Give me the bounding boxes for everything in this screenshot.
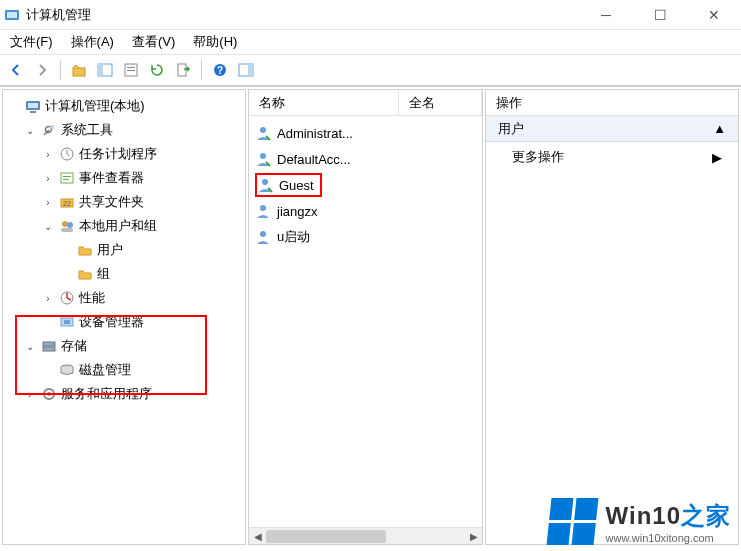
close-button[interactable]: ✕ (691, 1, 737, 29)
tree-device-manager[interactable]: › 设备管理器 (7, 310, 245, 334)
scroll-right-button[interactable]: ▶ (465, 528, 482, 545)
menu-action[interactable]: 操作(A) (71, 33, 114, 51)
computer-icon (25, 98, 41, 114)
back-button[interactable] (4, 58, 28, 82)
svg-rect-1 (7, 12, 17, 18)
tree-event-viewer[interactable]: › 事件查看器 (7, 166, 245, 190)
user-icon (255, 125, 271, 141)
list-item[interactable]: u启动 (249, 224, 482, 250)
tree-task-scheduler[interactable]: › 任务计划程序 (7, 142, 245, 166)
svg-rect-12 (248, 64, 253, 76)
watermark-title: Win10之家 (606, 500, 731, 532)
collapse-icon[interactable]: ⌄ (23, 125, 37, 136)
actions-header-label: 操作 (496, 94, 522, 112)
expand-icon[interactable]: › (23, 389, 37, 400)
column-fullname[interactable]: 全名 (399, 90, 482, 115)
action-pane-button[interactable] (234, 58, 258, 82)
toolbar: ? (0, 54, 741, 86)
svg-rect-2 (73, 68, 85, 76)
tree-label: 磁盘管理 (79, 361, 131, 379)
tree-label: 服务和应用程序 (61, 385, 152, 403)
tree-groups[interactable]: › 组 (7, 262, 245, 286)
svg-rect-7 (127, 70, 135, 71)
export-button[interactable] (171, 58, 195, 82)
column-name[interactable]: 名称 (249, 90, 399, 115)
tree-storage[interactable]: ⌄ 存储 (7, 334, 245, 358)
show-hide-tree-button[interactable] (93, 58, 117, 82)
tree-shared-folders[interactable]: › 22 共享文件夹 (7, 190, 245, 214)
svg-point-34 (47, 392, 51, 396)
user-list: Administrat... DefaultAcc... Guest jiang… (249, 116, 482, 254)
tree-label: 事件查看器 (79, 169, 144, 187)
menu-bar: 文件(F) 操作(A) 查看(V) 帮助(H) (0, 30, 741, 54)
svg-rect-25 (61, 228, 73, 232)
minimize-button[interactable]: ─ (583, 1, 629, 29)
scroll-track[interactable] (266, 528, 465, 545)
help-button[interactable]: ? (208, 58, 232, 82)
tree-label: 计算机管理(本地) (45, 97, 145, 115)
navigation-tree: ▶ 计算机管理(本地) ⌄ 系统工具 › 任务计划程序 › 事件查看器 › (3, 90, 245, 410)
actions-more[interactable]: 更多操作 ▶ (486, 142, 738, 172)
collapse-arrow-icon: ▲ (713, 121, 726, 136)
expand-icon[interactable]: › (41, 173, 55, 184)
expand-icon[interactable]: › (41, 197, 55, 208)
watermark: Win10之家 www.win10xitong.com (549, 498, 731, 545)
user-icon (255, 203, 271, 219)
properties-button[interactable] (119, 58, 143, 82)
svg-point-31 (52, 343, 54, 345)
svg-rect-15 (30, 111, 36, 113)
menu-help[interactable]: 帮助(H) (193, 33, 237, 51)
main-area: ▶ 计算机管理(本地) ⌄ 系统工具 › 任务计划程序 › 事件查看器 › (0, 86, 741, 547)
actions-pane: 操作 用户 ▲ 更多操作 ▶ (485, 89, 739, 545)
watermark-url: www.win10xitong.com (606, 532, 714, 544)
scroll-left-button[interactable]: ◀ (249, 528, 266, 545)
list-item[interactable]: jiangzx (249, 198, 482, 224)
collapse-icon[interactable]: ⌄ (41, 221, 55, 232)
maximize-button[interactable]: ☐ (637, 1, 683, 29)
list-item[interactable]: DefaultAcc... (249, 146, 482, 172)
svg-rect-18 (61, 173, 73, 183)
window-title: 计算机管理 (26, 6, 583, 24)
up-button[interactable] (67, 58, 91, 82)
actions-more-label: 更多操作 (512, 148, 564, 166)
users-groups-icon (59, 218, 75, 234)
collapse-icon[interactable]: ⌄ (23, 341, 37, 352)
actions-section-header[interactable]: 用户 ▲ (486, 116, 738, 142)
svg-rect-20 (63, 179, 69, 180)
svg-rect-28 (64, 320, 70, 324)
tree-root[interactable]: ▶ 计算机管理(本地) (7, 94, 245, 118)
tree-label: 用户 (97, 241, 123, 259)
svg-point-39 (260, 231, 266, 237)
list-item-name: jiangzx (277, 204, 317, 219)
forward-button[interactable] (30, 58, 54, 82)
tree-users[interactable]: › 用户 (7, 238, 245, 262)
tree-label: 存储 (61, 337, 87, 355)
svg-point-35 (260, 127, 266, 133)
windows-logo-icon (546, 498, 598, 545)
list-item-name: Guest (279, 178, 314, 193)
list-item[interactable]: Guest (249, 172, 482, 198)
tree-disk-management[interactable]: › 磁盘管理 (7, 358, 245, 382)
svg-point-38 (260, 205, 266, 211)
tree-pane: ▶ 计算机管理(本地) ⌄ 系统工具 › 任务计划程序 › 事件查看器 › (2, 89, 246, 545)
menu-file[interactable]: 文件(F) (10, 33, 53, 51)
tree-performance[interactable]: › 性能 (7, 286, 245, 310)
watermark-brand-a: Win10 (606, 502, 681, 529)
disk-icon (59, 362, 75, 378)
list-item-name: Administrat... (277, 126, 353, 141)
refresh-button[interactable] (145, 58, 169, 82)
list-item-name: DefaultAcc... (277, 152, 351, 167)
expand-icon[interactable]: › (41, 149, 55, 160)
scroll-thumb[interactable] (266, 530, 386, 543)
tree-system-tools[interactable]: ⌄ 系统工具 (7, 118, 245, 142)
list-item[interactable]: Administrat... (249, 120, 482, 146)
tree-services-apps[interactable]: › 服务和应用程序 (7, 382, 245, 406)
horizontal-scrollbar[interactable]: ◀ ▶ (249, 527, 482, 544)
tree-label: 任务计划程序 (79, 145, 157, 163)
svg-rect-14 (28, 103, 38, 108)
user-icon (257, 177, 273, 193)
expand-icon[interactable]: › (41, 293, 55, 304)
app-icon (4, 7, 20, 23)
tree-local-users-groups[interactable]: ⌄ 本地用户和组 (7, 214, 245, 238)
menu-view[interactable]: 查看(V) (132, 33, 175, 51)
